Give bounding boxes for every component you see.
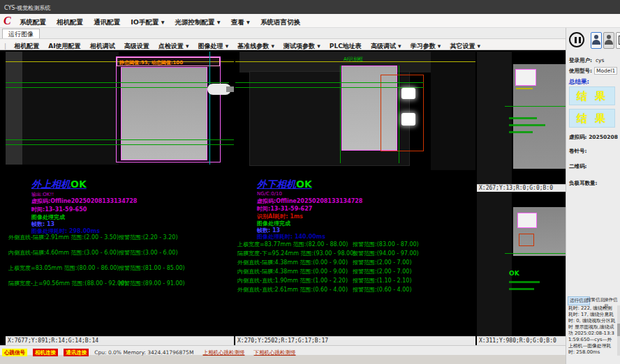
result-ok-label: OK — [509, 270, 519, 277]
menu-light-control[interactable]: 光源控制配置 ▾ — [175, 15, 221, 29]
measurement-text: 内侧直线-隔膜:4.38mm 范围:(0.00 - 9.00) — [237, 268, 348, 275]
serial-label: 虚拟码: 20250208 — [569, 134, 618, 141]
camera-connection-badge: 相机连接 — [33, 349, 58, 356]
menu-system-config[interactable]: 系统配置 — [20, 15, 46, 29]
menu-language-switch[interactable]: 系统语言切换 — [260, 15, 300, 29]
time-label: 时间:13-31-59-650 — [31, 206, 87, 213]
pause-button[interactable] — [568, 31, 589, 52]
menu-view[interactable]: 查看 ▾ — [231, 15, 250, 29]
status-bar: 心跳信号 相机连接 通讯连接 Cpu: 0.0% Memory: 3424.41… — [0, 345, 566, 355]
alarm-range-text: 报警范围:(1.10 - 2.10) — [353, 277, 412, 285]
total-result-label: 总结果: — [569, 78, 589, 86]
machinery-column — [6, 52, 22, 165]
app-window: CYS-视觉检测系统 C 系统配置 相机配置 通讯配置 IO手配置 ▾ 光源控制… — [0, 0, 620, 364]
camera-title: 外下相机OK — [257, 179, 312, 191]
left-camera-view[interactable]: 静态阈值:93, 动态阈值:100 外上相机OK 输出:OK!! 虚拟码:Off… — [6, 52, 234, 336]
menu-io-config[interactable]: IO手配置 ▾ — [131, 15, 164, 29]
overlay-text-line — [509, 131, 533, 133]
machinery-dark-area — [477, 52, 512, 184]
serial-label: 虚拟码:Offline20250208133134728 — [257, 197, 362, 205]
green-guide-line — [6, 144, 234, 145]
overlay-text-line — [509, 281, 540, 283]
machinery-right-block — [431, 52, 475, 170]
menu-bar: C 系统配置 相机配置 通讯配置 IO手配置 ▾ 光源控制配置 ▾ 查看 ▾ 系… — [0, 14, 620, 28]
menu-comm-config[interactable]: 通讯配置 — [94, 15, 120, 29]
cell-region — [121, 67, 207, 160]
time-label: 时间:13-31-59-627 — [257, 205, 312, 213]
login-user-value: cys — [596, 57, 604, 63]
reflection-spot — [401, 88, 415, 99]
menu-camera-config[interactable]: 相机配置 — [57, 15, 83, 29]
green-guide-line — [505, 106, 566, 107]
heartbeat-status-badge: 心跳信号 — [2, 349, 27, 356]
sub-status-label: NG/C:0/10 — [257, 191, 282, 197]
window-title: CYS-视觉检测系统 — [4, 5, 50, 11]
pause-icon — [569, 32, 584, 47]
tab-run-image[interactable]: 运行图像 — [2, 29, 40, 38]
run-info-log: 耗时: 222, 缠绕检测耗时: 17, 缠绕分息耗时: 0, 缠绕视取分区耗时… — [568, 305, 616, 356]
overlay-text-line — [509, 124, 545, 126]
green-guide-line-vertical — [399, 66, 399, 163]
login-user-label: 登录用户: — [569, 57, 592, 64]
qr-code-label: 二维码: — [569, 163, 587, 170]
operator-button[interactable] — [603, 32, 614, 49]
measurement-text: 内侧直线-直线:1.90mm 范围:(1.00 - 2.20) — [237, 277, 348, 285]
comm-connection-badge: 通讯连接 — [64, 349, 89, 356]
alarm-range-text: 报警范围:(81.00 - 85.00) — [119, 264, 185, 272]
camera-title: 外上相机OK — [31, 179, 87, 191]
alarm-range-text: 报警范围:(83.00 - 87.00) — [353, 241, 419, 248]
reflection-spot — [401, 113, 415, 126]
middle-pixel-coords: X:270;Y:2502;R:17;G:17;B:17 — [235, 336, 475, 345]
right-panel: → 登录用户: cys 使用型号: Model1 总结果: 结 果 结 果 虚拟… — [566, 28, 620, 364]
log-scrollbar[interactable] — [617, 305, 620, 356]
user-login-button[interactable] — [591, 32, 602, 49]
camera-title-text: 外上相机 — [31, 179, 71, 190]
result-box-2: 结 果 — [569, 109, 615, 128]
threshold-label-box: 静态阈值:93, 动态阈值:100 — [117, 57, 220, 66]
measurement-text: 内侧直线-隔膜:4.60mm 范围:(3.00 - 6.00) — [8, 249, 119, 257]
threshold-label: 静态阈值:93, 动态阈值:100 — [119, 59, 183, 66]
toolbar: | 相机配置 AI使用配置 相机调试 高级设置 点检设置 ▾ 图像处理 ▾ 基准… — [0, 38, 566, 50]
overlay-text-line — [509, 288, 534, 290]
green-guide-line — [235, 82, 424, 83]
green-guide-line — [505, 253, 566, 254]
pin-number-label: 卷针号: — [569, 148, 587, 155]
machinery-dark-area — [477, 192, 512, 336]
small-bottom-camera-view[interactable]: OK — [477, 192, 566, 336]
green-guide-line — [6, 82, 229, 83]
cyan-guide-line — [209, 52, 210, 165]
machinery-dark-area — [22, 52, 119, 165]
measurement-text: 隔膜宽度-上=90.56mm 范围:(88.00 - 92.00) — [8, 280, 126, 287]
log-scrollbar-thumb[interactable] — [617, 324, 620, 336]
result-ok-label: OK — [296, 179, 312, 190]
small-top-camera-view[interactable] — [477, 52, 566, 184]
tab-row: 运行图像 — [0, 28, 566, 38]
overlay-text-line — [509, 117, 537, 119]
green-guide-line — [6, 139, 234, 140]
measurement-text: 外侧直线-直线:2.61mm 范围:(0.60 - 4.00) — [237, 286, 348, 294]
bright-feature — [517, 213, 537, 228]
small-bottom-pixel-coords: X:311;Y:980;R:0;G:0;B:0 — [477, 336, 566, 345]
app-logo-icon: C — [3, 15, 11, 27]
measurement-text: 外侧直线-隔膜:2.91mm 范围:(2.00 - 3.50) — [8, 234, 119, 241]
small-top-pixel-coords: X:267;Y:13;R:0;G:0;B:0 — [477, 184, 566, 192]
result-box-1: 结 果 — [569, 86, 615, 105]
serial-label-text: 虚拟码: — [569, 134, 587, 140]
bright-feature — [515, 69, 536, 86]
alarm-range-text: 报警范围:(2.00 - 7.00) — [353, 259, 412, 266]
alarm-range-text: 报警范围:(3.00 - 6.00) — [119, 249, 178, 257]
lower-camera-heartbeat-warning: 下相机心跳检测慢 — [254, 348, 296, 357]
model-value[interactable]: Model1 — [594, 67, 617, 75]
upper-camera-heartbeat-warning: 上相机心跳检测慢 — [202, 348, 244, 357]
exit-button[interactable]: → — [616, 32, 620, 49]
ai-box-label: AI识别框 — [344, 56, 363, 63]
measurement-text: 外侧直线-隔膜:4.38mm 范围:(0.00 - 9.00) — [237, 259, 348, 266]
process-time-label: 图像处理耗时: 140.00ms — [257, 233, 325, 241]
window-titlebar: CYS-视觉检测系统 — [0, 0, 620, 14]
middle-camera-view[interactable]: AI识别框 外下相机OK NG/C:0/10 虚拟码:Offline202502… — [235, 52, 475, 336]
result-ok-label: OK — [71, 179, 87, 190]
serial-label: 虚拟码:Offline20250208133134728 — [31, 197, 137, 205]
green-guide-line — [235, 87, 424, 88]
camera-title-text: 外下相机 — [257, 179, 296, 190]
measurement-text: 上极宽度=83.05mm 范围:(80.00 - 86.00) — [8, 264, 119, 272]
